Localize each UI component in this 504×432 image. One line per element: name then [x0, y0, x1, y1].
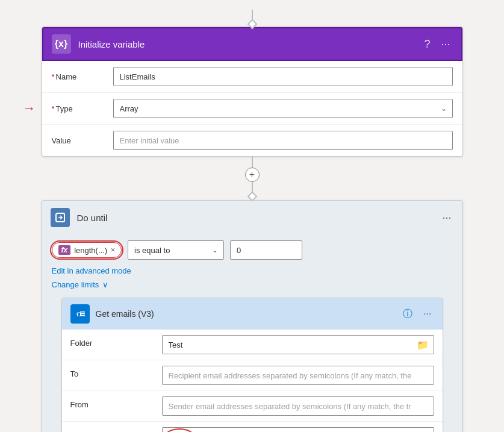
to-field-row: To Recipient email addresses separated b…	[62, 360, 443, 391]
loop-icon	[55, 212, 66, 223]
get-emails-help-icon: ⓘ	[403, 308, 412, 319]
fetch-unread-select-wrap: Yes No ⌄	[162, 427, 434, 432]
init-var-body: * Name → * Type Array Boolean Float	[42, 61, 462, 156]
outlook-logo-icon: O	[74, 308, 86, 320]
fx-chip[interactable]: fx length(...) ×	[52, 242, 122, 258]
condition-operator-select[interactable]: is equal to is not equal to is greater t…	[128, 240, 224, 260]
get-emails-more-icon: ···	[423, 308, 431, 319]
name-label-text: Name	[56, 72, 77, 81]
to-label: To	[70, 366, 155, 378]
fx-close-button[interactable]: ×	[111, 246, 115, 254]
value-field-row: Value Enter initial value	[42, 125, 462, 156]
get-emails-title: Get emails (V3)	[96, 309, 395, 319]
page-wrapper: {x} Initialize variable ? ··· * Name →	[0, 0, 504, 432]
get-emails-header: O Get emails (V3) ⓘ ···	[62, 298, 443, 330]
add-step-button[interactable]: +	[245, 167, 260, 182]
do-until-more-button[interactable]: ···	[440, 210, 453, 225]
change-limits-label: Change limits	[52, 280, 99, 289]
type-label-text: Type	[56, 104, 73, 113]
init-var-icon-text: {x}	[55, 39, 67, 49]
name-field-row: * Name	[42, 61, 462, 93]
middle-connector: +	[245, 157, 260, 200]
condition-operator-wrap: is equal to is not equal to is greater t…	[128, 240, 224, 260]
value-placeholder-text: Enter initial value	[120, 136, 179, 145]
change-limits-chevron: ∨	[102, 280, 108, 289]
folder-value[interactable]: Test 📁	[162, 335, 434, 354]
init-var-more-button[interactable]: ···	[438, 37, 452, 52]
do-until-body: fx length(...) × is equal to is not equa…	[42, 234, 462, 432]
connector-line-mid1	[252, 157, 253, 167]
value-label: Value	[52, 136, 106, 145]
from-label-text: From	[70, 400, 89, 409]
type-select[interactable]: Array Boolean Float Integer Object Strin…	[113, 99, 453, 118]
red-arrow-indicator: →	[23, 101, 36, 116]
get-emails-help-button[interactable]: ⓘ	[400, 307, 415, 322]
fetch-unread-row: Fetch Only Unread Messages Yes No ⌄	[62, 422, 443, 432]
type-select-wrapper: Array Boolean Float Integer Object Strin…	[113, 99, 453, 118]
from-field-row: From Sender email addresses separated by…	[62, 391, 443, 422]
folder-label: Folder	[70, 335, 155, 348]
change-limits-button[interactable]: Change limits ∨	[52, 280, 109, 289]
fetch-unread-label: Fetch Only Unread Messages	[70, 427, 155, 432]
folder-label-text: Folder	[70, 339, 93, 348]
folder-field-row: Folder Test 📁	[62, 330, 443, 360]
do-until-icon	[51, 208, 70, 227]
to-label-text: To	[70, 369, 79, 378]
do-until-title: Do until	[77, 213, 433, 223]
from-value[interactable]: Sender email addresses separated by semi…	[162, 396, 434, 416]
init-var-icon: {x}	[52, 34, 71, 54]
type-field-row: → * Type Array Boolean Float Integer Obj…	[42, 93, 462, 125]
svg-rect-3	[80, 311, 85, 313]
init-var-help-button[interactable]: ?	[422, 37, 432, 52]
folder-icon: 📁	[417, 339, 429, 351]
name-label: * Name	[52, 72, 106, 81]
type-required-star: *	[52, 104, 55, 113]
condition-row: fx length(...) × is equal to is not equa…	[52, 240, 453, 260]
get-emails-more-button[interactable]: ···	[421, 307, 434, 321]
name-required-star: *	[52, 72, 55, 81]
initialize-variable-card: {x} Initialize variable ? ··· * Name →	[42, 27, 463, 157]
edit-advanced-link[interactable]: Edit in advanced mode	[52, 266, 131, 275]
from-label: From	[70, 396, 155, 409]
type-label: * Type	[52, 104, 106, 113]
to-placeholder-text: Recipient email addresses separated by s…	[169, 371, 412, 380]
svg-rect-5	[80, 315, 85, 316]
fx-icon: fx	[58, 245, 71, 255]
connector-diamond-mid	[247, 192, 257, 202]
get-emails-card: O Get emails (V3) ⓘ ···	[61, 298, 443, 432]
do-until-header: Do until ···	[42, 201, 462, 234]
svg-rect-4	[80, 313, 85, 315]
init-var-header: {x} Initialize variable ? ···	[42, 27, 462, 61]
init-var-title: Initialize variable	[78, 39, 415, 49]
folder-value-text: Test	[169, 340, 183, 349]
name-input[interactable]	[113, 67, 453, 86]
condition-value-input[interactable]	[230, 240, 302, 260]
do-until-card: Do until ··· fx length(...) × is equal t…	[42, 200, 463, 432]
top-connector	[249, 10, 256, 28]
init-var-actions: ? ···	[422, 37, 452, 52]
value-label-text: Value	[52, 136, 71, 145]
fetch-unread-select[interactable]: Yes No	[162, 427, 434, 432]
outlook-icon: O	[70, 304, 90, 324]
fx-text: length(...)	[74, 246, 107, 255]
from-placeholder-text: Sender email addresses separated by semi…	[169, 402, 411, 411]
value-placeholder[interactable]: Enter initial value	[113, 131, 453, 150]
to-value[interactable]: Recipient email addresses separated by s…	[162, 366, 434, 385]
